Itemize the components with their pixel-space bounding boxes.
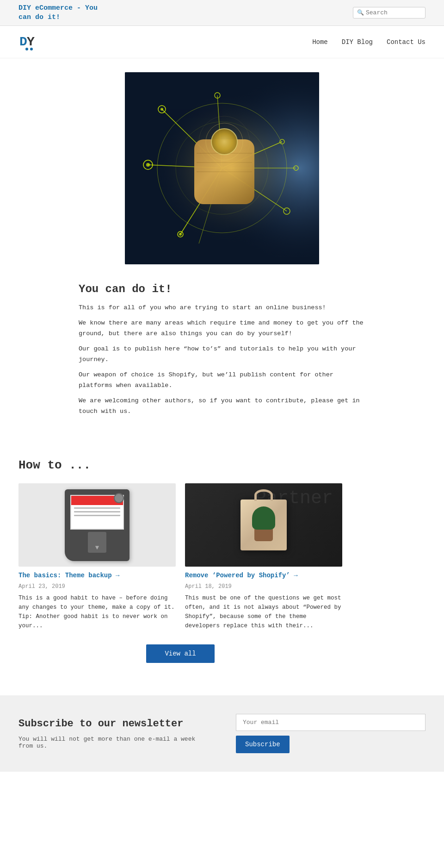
- intro-p2: We know there are many areas which requi…: [79, 318, 365, 339]
- intro-p3: Our goal is to publish here “how to’s” a…: [79, 344, 365, 365]
- blog-card-shopify: S Partner Remove ‘Powered by Shopify’ → …: [185, 483, 342, 631]
- svg-point-3: [30, 48, 33, 50]
- shopify-thumb-illustration: S Partner: [185, 483, 342, 567]
- theme-backup-thumb: [18, 483, 176, 567]
- shopify-thumb: S Partner: [185, 483, 342, 567]
- shopify-bag-handle: [254, 489, 273, 501]
- floppy-metal-hub: [114, 493, 124, 503]
- view-all-container: View all: [18, 644, 342, 663]
- site-title: DIY eCommerce - You can do it!: [18, 4, 111, 22]
- newsletter-title: Subscribe to our newsletter: [18, 718, 208, 731]
- main-nav: D Y Home DIY Blog Contact Us: [0, 26, 444, 58]
- hero-section: [0, 58, 444, 274]
- logo[interactable]: D Y: [18, 31, 42, 52]
- nav-contact-us[interactable]: Contact Us: [387, 38, 426, 46]
- svg-rect-35: [125, 72, 319, 264]
- intro-section: You can do it! This is for all of you wh…: [60, 274, 384, 440]
- newsletter-section: Subscribe to our newsletter You will wil…: [0, 695, 444, 772]
- nav-diy-blog[interactable]: DIY Blog: [342, 38, 373, 46]
- svg-text:D: D: [19, 35, 27, 49]
- how-to-title: How to ...: [18, 458, 426, 472]
- newsletter-right: Subscribe: [236, 714, 426, 753]
- intro-title: You can do it!: [79, 283, 365, 295]
- intro-p5: We are welcoming other authors, so if yo…: [79, 396, 365, 417]
- blog-grid: The basics: Theme backup → April 23, 201…: [18, 483, 342, 631]
- theme-backup-excerpt: This is a good habit to have – before do…: [18, 593, 176, 631]
- newsletter-left: Subscribe to our newsletter You will wil…: [18, 718, 208, 749]
- hero-image: [125, 72, 319, 264]
- logo-icon: D Y: [18, 31, 42, 52]
- floppy-disk-illustration: [18, 483, 176, 567]
- hero-svg: [125, 72, 319, 264]
- plant-leaves: [252, 506, 275, 530]
- floppy-line: [74, 515, 120, 516]
- nav-home[interactable]: Home: [312, 38, 328, 46]
- intro-p1: This is for all of you who are trying to…: [79, 303, 365, 313]
- floppy-lines: [71, 505, 123, 521]
- svg-point-2: [25, 48, 28, 50]
- shopify-post-excerpt: This must be one of the questions we get…: [185, 593, 342, 631]
- floppy-line: [74, 507, 120, 509]
- floppy-body: [65, 489, 130, 561]
- intro-p4: Our weapon of choice is Shopify, but we’…: [79, 370, 365, 391]
- theme-backup-title[interactable]: The basics: Theme backup →: [18, 571, 176, 581]
- shopify-post-title[interactable]: Remove ‘Powered by Shopify’ →: [185, 571, 342, 581]
- blog-card-theme-backup: The basics: Theme backup → April 23, 201…: [18, 483, 176, 631]
- svg-text:Y: Y: [27, 35, 35, 49]
- view-all-button[interactable]: View all: [146, 644, 214, 663]
- search-icon: 🔍: [357, 9, 364, 16]
- theme-backup-date: April 23, 2019: [18, 583, 176, 590]
- how-to-section: How to ...: [0, 458, 444, 681]
- floppy-shutter: [88, 532, 106, 553]
- nav-links: Home DIY Blog Contact Us: [312, 38, 426, 46]
- newsletter-subtitle: You will will not get more than one e-ma…: [18, 736, 208, 749]
- shopify-post-date: April 18, 2019: [185, 583, 342, 590]
- top-bar: DIY eCommerce - You can do it! 🔍: [0, 0, 444, 26]
- search-input[interactable]: [366, 9, 421, 16]
- search-box[interactable]: 🔍: [353, 7, 426, 19]
- floppy-line: [74, 511, 120, 512]
- shopify-plant: [254, 506, 275, 541]
- subscribe-button[interactable]: Subscribe: [236, 736, 290, 753]
- email-input[interactable]: [236, 714, 426, 731]
